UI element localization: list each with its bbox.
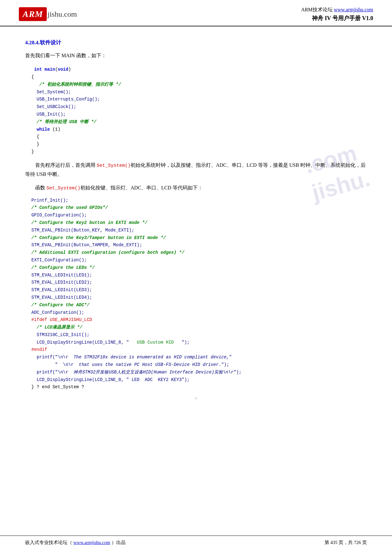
forum-prefix: ARM技术论坛 (301, 7, 332, 12)
footer-left-link[interactable]: www.armjishu.com (73, 540, 110, 545)
paragraph-2: 函数 Set_System()初始化按键、指示灯、ADC、串口、LCD 等代码如… (25, 183, 367, 193)
paragraph-1: 首先程序运行后，首先调用 Set_System()初始化系统时钟，以及按键、指示… (25, 161, 367, 179)
main-code-block: int main(void) { /* 初始化系统时钟和按键、指示灯等 */ S… (25, 66, 367, 156)
page-dot: ○ (25, 396, 367, 401)
footer-left-text: 嵌入式专业技术论坛（ (25, 540, 72, 545)
set-system-code-block: Printf_Init(); /* Configure the used GPI… (25, 197, 367, 391)
site-link[interactable]: www.armjishu.com (334, 7, 373, 12)
logo-box: ARM (19, 7, 47, 21)
logo-arm: ARM (23, 9, 43, 19)
footer-right: 第 435 页，共 726 页 (325, 540, 367, 546)
manual-title: 神舟 IV 号用户手册 V1.0 (301, 14, 373, 23)
section-title: 4.28.4.软件设计 (25, 39, 367, 46)
footer-left: 嵌入式专业技术论坛（ www.armjishu.com ）出品 (25, 540, 126, 546)
page-header: ARM jishu.com ARM技术论坛 www.armjishu.com 神… (0, 0, 392, 26)
footer-left-suffix: ）出品 (111, 540, 126, 545)
header-right: ARM技术论坛 www.armjishu.com 神舟 IV 号用户手册 V1.… (301, 6, 373, 23)
logo-area: ARM jishu.com (19, 7, 77, 21)
main-content: .com jishu. 4.28.4.软件设计 首先我们看一下 MAIN 函数，… (0, 26, 392, 420)
page-footer: 嵌入式专业技术论坛（ www.armjishu.com ）出品 第 435 页，… (0, 536, 392, 546)
logo-suffix: jishu.com (47, 10, 77, 19)
forum-link-line: ARM技术论坛 www.armjishu.com (301, 6, 373, 14)
intro-text: 首先我们看一下 MAIN 函数，如下： (25, 51, 367, 60)
